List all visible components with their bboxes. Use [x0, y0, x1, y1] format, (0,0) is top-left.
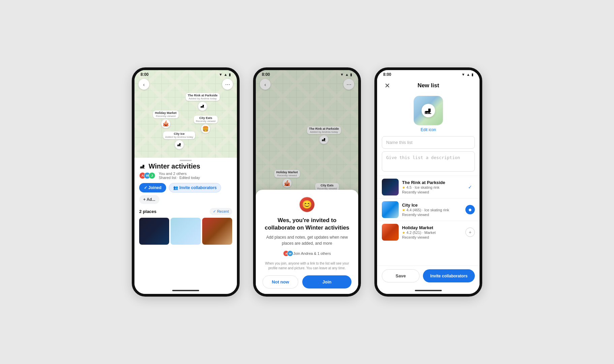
place-viewed-ice: Recently viewed [402, 213, 462, 217]
invite-collaborators-button-3[interactable]: Invite collaborators [423, 269, 475, 282]
rating-ice: 4.4 [406, 208, 411, 212]
pin-sub-rink: Added by Andrea today [188, 97, 218, 100]
type-market: Market [424, 231, 436, 235]
menu-button-2[interactable]: ⋯ [343, 79, 354, 90]
list-icon[interactable]: ⛸ [413, 96, 443, 125]
not-now-button[interactable]: Not now [263, 275, 298, 289]
phone-1: 8:00 ▼ ▲ ▮ ‹ ⋯ The Rink at Parkside Adde… [132, 67, 240, 297]
time-2: 8:00 [262, 72, 270, 77]
map-top-bar-1: ‹ ⋯ [134, 78, 237, 91]
place-thumb-ice [382, 201, 399, 218]
status-icons-1: ▼ ▲ ▮ [219, 72, 231, 77]
map-pin-market-1[interactable]: Holiday Market Recently viewed 🎪 [153, 111, 179, 128]
map-pin-rink-1[interactable]: The Rink at Parkside Added by Andrea tod… [186, 93, 220, 111]
signal-icon-2: ▲ [345, 72, 349, 77]
status-bar-2: 8:00 ▼ ▲ ▮ [256, 70, 358, 78]
save-button[interactable]: Save [382, 269, 420, 282]
pin-icon-cityice: ⛸ [175, 140, 184, 149]
star-icon-2: ★ [402, 208, 405, 212]
new-list-header: ✕ New list [377, 78, 480, 92]
list-meta-row: A W J You and 2 others Shared list · Edi… [139, 172, 232, 180]
home-indicator-1 [134, 287, 237, 294]
rating-rink: 4.5 [406, 185, 411, 189]
photo-1[interactable] [139, 218, 169, 245]
pin-icon-eats: 🍔 [201, 124, 210, 133]
signal-icon: ▲ [224, 72, 227, 77]
pull-handle-1[interactable] [180, 160, 192, 161]
map-pin-cityice-1[interactable]: City Ice Added by Andrea today ⛸ [163, 131, 195, 149]
place-sub-market: ★ 4.2 (521) · Market [402, 231, 462, 235]
place-name-rink: The Rink at Parkside [402, 180, 462, 185]
back-button-2[interactable]: ‹ [260, 79, 271, 90]
home-indicator-3 [377, 287, 480, 294]
place-add-ice[interactable]: ● [465, 205, 475, 214]
place-sub-rink: ★ 4.5 · Ice skating rink [402, 185, 462, 190]
edit-icon-label[interactable]: Edit icon [421, 127, 436, 132]
header-title: New list [418, 82, 439, 89]
meta-text: You and 2 others Shared list · Edited to… [159, 172, 200, 180]
close-button[interactable]: ✕ [382, 81, 392, 90]
list-title: Winter activities [149, 162, 200, 170]
add-button[interactable]: + Ad... [139, 195, 159, 204]
map-area-1[interactable]: ‹ ⋯ The Rink at Parkside Added by Andrea… [134, 70, 237, 158]
map-pin-eats-1[interactable]: City Eats Recently viewed 🍔 [194, 116, 217, 133]
home-indicator-bar-1 [172, 290, 199, 291]
list-title-row: ⛸ Winter activities [139, 162, 232, 170]
place-add-market[interactable]: + [465, 228, 475, 237]
wifi-icon-2: ▼ [340, 72, 344, 77]
star-icon: ★ [402, 185, 405, 189]
place-info-market: Holiday Market ★ 4.2 (521) · Market Rece… [402, 225, 462, 239]
place-thumb-rink [382, 179, 399, 195]
modal-title: Wes, you're invited to collaborate on Wi… [263, 217, 351, 232]
map-top-bar-2: ‹ ⋯ [256, 78, 358, 91]
p3-bottom-bar: Save Invite collaborators [377, 266, 480, 287]
type-rink: Ice skating rink [415, 185, 439, 189]
place-info-rink: The Rink at Parkside ★ 4.5 · Ice skating… [402, 180, 462, 194]
wifi-icon: ▼ [219, 72, 222, 77]
pin-name-rink: The Rink at Parkside [188, 94, 218, 97]
join-button[interactable]: Join [302, 275, 351, 289]
photo-3[interactable] [202, 218, 232, 245]
place-item-rink: The Rink at Parkside ★ 4.5 · Ice skating… [377, 176, 480, 198]
pin-sub-cityice: Added by Andrea today [165, 135, 193, 139]
modal-join-text: Join Andrea & 1 others [293, 251, 331, 255]
joined-button[interactable]: ✓ Joined [139, 183, 166, 192]
list-description-input[interactable] [382, 151, 475, 172]
place-sub-ice: ★ 4.4 (465) · Ice skating rink [402, 208, 462, 212]
avatar-3: J [149, 172, 155, 179]
battery-icon: ▮ [229, 72, 231, 77]
modal-body: Add places and notes, get updates when n… [263, 234, 351, 246]
pin-icon-market: 🎪 [161, 119, 171, 128]
sort-button[interactable]: ✓ Recent [210, 208, 232, 215]
places-list: The Rink at Parkside ★ 4.5 · Ice skating… [377, 176, 480, 243]
rating-market: 4.2 [406, 231, 411, 235]
invite-collaborators-button[interactable]: 👥 Invite collaborators [169, 183, 221, 192]
modal-buttons: Not now Join [263, 275, 351, 289]
status-bar-1: 8:00 ▼ ▲ ▮ [134, 70, 237, 78]
signal-icon-3: ▲ [466, 72, 470, 77]
status-icons-2: ▼ ▲ ▮ [340, 72, 352, 77]
action-row: ✓ Joined 👥 Invite collaborators + Ad... [139, 183, 232, 204]
place-name-market: Holiday Market [402, 225, 462, 230]
pin-sub-market: Recently viewed [155, 115, 177, 118]
photo-2[interactable] [171, 218, 201, 245]
back-button-1[interactable]: ‹ [139, 79, 149, 90]
battery-icon-3: ▮ [471, 72, 473, 77]
place-item-ice: City Ice ★ 4.4 (465) · Ice skating rink … [377, 198, 480, 221]
status-icons-3: ▼ ▲ ▮ [461, 72, 473, 77]
modal-join-row: A W Join Andrea & 1 others [283, 250, 331, 256]
collaborate-modal: 😊 Wes, you're invited to collaborate on … [256, 190, 358, 294]
phone-3: 8:00 ▼ ▲ ▮ ✕ New list ⛸ Edit icon [374, 67, 482, 297]
place-viewed-rink: Recently viewed [402, 190, 462, 194]
place-check-rink[interactable]: ✓ [465, 182, 475, 192]
list-emoji: ⛸ [139, 162, 146, 170]
list-name-input[interactable] [382, 136, 475, 149]
status-bar-3: 8:00 ▼ ▲ ▮ [377, 70, 480, 78]
places-header: 2 places ✓ Recent [139, 208, 232, 215]
modal-disclaimer: When you join, anyone with a link to the… [263, 261, 351, 271]
menu-button-1[interactable]: ⋯ [222, 79, 233, 90]
type-ice: Ice skating rink [424, 208, 449, 212]
places-count: 2 places [139, 209, 156, 214]
star-icon-3: ★ [402, 231, 405, 235]
icon-area: ⛸ Edit icon [377, 92, 480, 134]
